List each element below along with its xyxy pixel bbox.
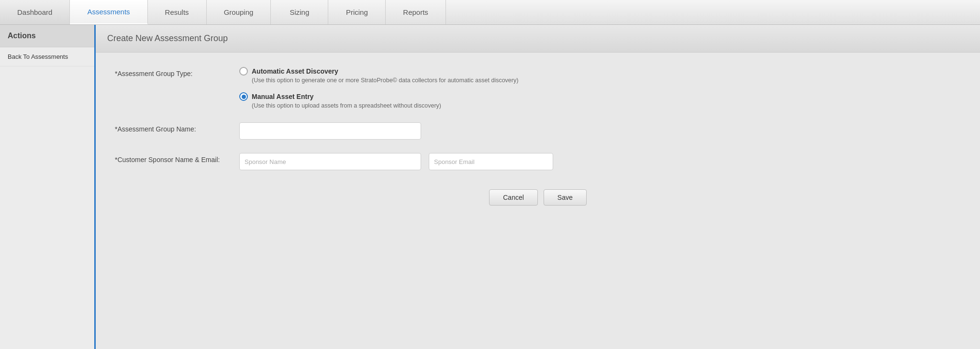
content-area: Create New Assessment Group *Assessment …: [96, 25, 980, 349]
form-buttons: Cancel Save: [115, 189, 961, 220]
radio-circle-automatic[interactable]: [239, 67, 248, 76]
form-body: *Assessment Group Type: Automatic Asset …: [96, 53, 980, 234]
sidebar-item-back-to-assessments[interactable]: Back To Assessments: [0, 47, 94, 66]
radio-manual-hint: (Use this option to upload assets from a…: [252, 102, 961, 109]
sidebar-header: Actions: [0, 25, 94, 47]
sponsor-email-input[interactable]: [429, 153, 553, 170]
cancel-button[interactable]: Cancel: [489, 189, 538, 206]
tab-pricing[interactable]: Pricing: [328, 0, 386, 24]
sidebar: Actions Back To Assessments: [0, 25, 96, 349]
top-navigation: Dashboard Assessments Results Grouping S…: [0, 0, 980, 25]
content-header: Create New Assessment Group: [96, 25, 980, 53]
tab-grouping[interactable]: Grouping: [207, 0, 271, 24]
radio-automatic-label: Automatic Asset Discovery: [252, 67, 338, 75]
radio-circle-manual[interactable]: [239, 92, 248, 101]
tab-results[interactable]: Results: [148, 0, 207, 24]
tab-sizing[interactable]: Sizing: [271, 0, 328, 24]
sponsor-row: *Customer Sponsor Name & Email:: [115, 153, 961, 170]
sponsor-inline-inputs: [239, 153, 961, 170]
radio-automatic-hint: (Use this option to generate one or more…: [252, 77, 961, 84]
sponsor-name-input[interactable]: [239, 153, 421, 170]
tab-assessments[interactable]: Assessments: [70, 0, 147, 24]
group-name-controls: [239, 122, 961, 140]
tab-dashboard[interactable]: Dashboard: [0, 0, 70, 24]
sponsor-label: *Customer Sponsor Name & Email:: [115, 153, 239, 164]
radio-group: Automatic Asset Discovery (Use this opti…: [239, 67, 961, 109]
group-name-input[interactable]: [239, 122, 421, 140]
radio-manual-label: Manual Asset Entry: [252, 93, 313, 100]
assessment-group-name-row: *Assessment Group Name:: [115, 122, 961, 140]
tab-reports[interactable]: Reports: [386, 0, 446, 24]
group-name-label: *Assessment Group Name:: [115, 122, 239, 133]
radio-manual-asset-entry[interactable]: Manual Asset Entry (Use this option to u…: [239, 92, 961, 109]
assessment-type-label: *Assessment Group Type:: [115, 67, 239, 77]
radio-automatic-asset-discovery[interactable]: Automatic Asset Discovery (Use this opti…: [239, 67, 961, 84]
sponsor-controls: [239, 153, 961, 170]
assessment-type-row: *Assessment Group Type: Automatic Asset …: [115, 67, 961, 109]
main-layout: Actions Back To Assessments Create New A…: [0, 25, 980, 349]
save-button[interactable]: Save: [544, 189, 587, 206]
